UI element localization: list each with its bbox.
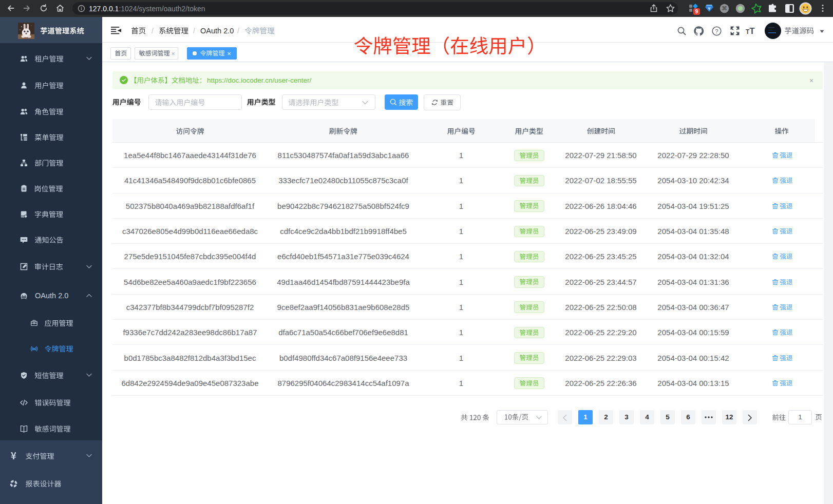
svg-text:a: a [33,346,35,351]
svg-text:?: ? [715,28,718,34]
svg-text:⌘: ⌘ [722,5,727,11]
